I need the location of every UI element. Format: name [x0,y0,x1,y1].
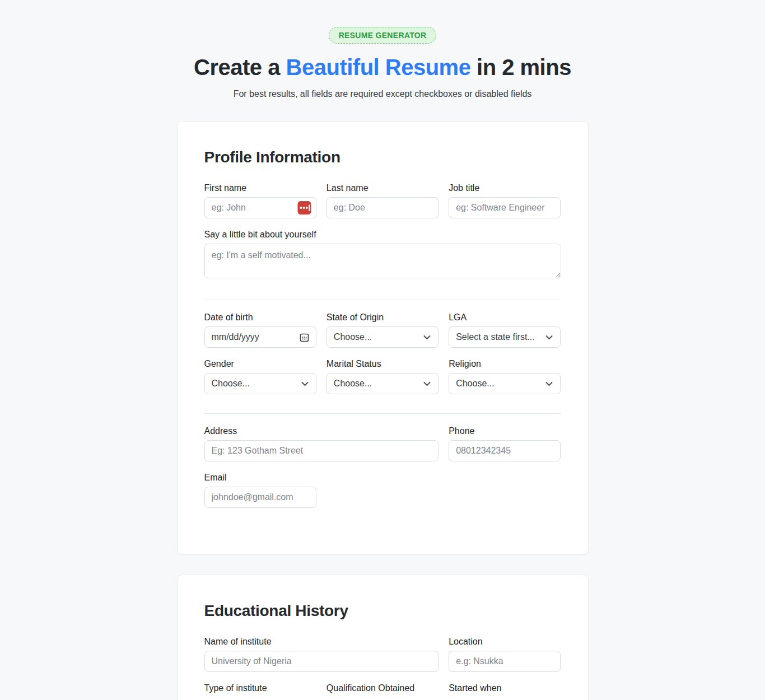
resume-generator-page: RESUME GENERATOR Create a Beautiful Resu… [0,0,765,700]
marital-status-field: Marital Status Choose... [326,359,439,394]
section-divider [204,300,561,300]
lga-select[interactable]: Select a state first... [449,326,561,348]
job-title-field: Job title [449,183,561,218]
institute-type-label: Type of institute [204,683,316,693]
address-label: Address [204,426,439,436]
job-title-label: Job title [449,183,561,193]
institute-name-input[interactable] [204,651,439,672]
page-subtitle: For best results, all fields are require… [0,89,765,99]
started-when-field: Started when [449,683,561,697]
first-name-label: First name [204,183,316,193]
gender-label: Gender [204,359,316,369]
location-field: Location [449,637,561,672]
address-field: Address [204,426,439,461]
phone-field: Phone [449,426,561,461]
title-prefix: Create a [194,55,286,80]
religion-field: Religion Choose... [449,359,561,394]
job-title-input[interactable] [449,197,561,218]
name-row: First name Last name [204,183,561,218]
educational-history-heading: Educational History [204,602,561,620]
date-of-birth-value: mm/dd/yyyy [212,332,259,342]
qualification-label: Qualification Obtained [326,683,439,693]
state-of-origin-select[interactable]: Choose... [326,326,439,348]
chevron-down-icon [423,333,431,342]
origin-row: Date of birth mm/dd/yyyy [204,312,561,348]
profile-information-card: Profile Information First name [177,121,589,554]
started-when-label: Started when [449,683,561,693]
about-textarea[interactable] [204,244,561,278]
last-name-field: Last name [326,183,439,218]
calendar-icon[interactable] [300,333,309,342]
address-row: Address Phone [204,426,561,461]
phone-label: Phone [449,426,561,436]
marital-status-label: Marital Status [326,359,439,369]
resume-generator-badge: RESUME GENERATOR [329,27,437,44]
state-of-origin-label: State of Origin [326,312,439,323]
institute-type-field: Type of institute [204,683,316,697]
page-title: Create a Beautiful Resume in 2 mins [0,55,765,80]
chevron-down-icon [423,380,431,388]
address-input[interactable] [204,440,439,461]
institute-row: Name of institute Location [204,637,561,672]
chevron-down-icon [545,333,553,342]
title-highlight: Beautiful Resume [286,55,471,80]
about-row: Say a little bit about yourself [204,230,561,281]
state-of-origin-value: Choose... [334,332,372,342]
demographics-row: Gender Choose... Marital Status Choose..… [204,359,561,394]
first-name-field: First name [204,183,316,218]
about-field: Say a little bit about yourself [204,230,561,281]
gender-value: Choose... [212,379,250,389]
gender-field: Gender Choose... [204,359,316,394]
religion-select[interactable]: Choose... [449,373,561,394]
email-input[interactable] [204,487,316,508]
last-name-input[interactable] [326,197,439,218]
about-label: Say a little bit about yourself [204,230,561,240]
educational-history-card: Educational History Name of institute Lo… [177,575,589,700]
email-field: Email [204,473,316,508]
marital-status-value: Choose... [334,379,372,389]
profile-information-heading: Profile Information [204,148,561,166]
email-row: Email [204,473,561,508]
location-label: Location [449,637,561,647]
lga-value: Select a state first... [456,332,535,342]
state-of-origin-field: State of Origin Choose... [326,312,439,348]
date-of-birth-label: Date of birth [204,312,316,323]
date-of-birth-field: Date of birth mm/dd/yyyy [204,312,316,348]
religion-value: Choose... [456,379,494,389]
phone-input[interactable] [449,440,561,461]
date-of-birth-input[interactable]: mm/dd/yyyy [204,326,316,348]
gender-select[interactable]: Choose... [204,373,316,394]
lastpass-autofill-icon[interactable] [297,201,311,215]
lga-label: LGA [449,312,561,323]
lga-field: LGA Select a state first... [449,312,561,348]
page-header: RESUME GENERATOR Create a Beautiful Resu… [0,0,765,99]
institute-details-row: Type of institute Qualification Obtained… [204,683,561,697]
institute-name-label: Name of institute [204,637,439,647]
location-input[interactable] [449,651,561,672]
qualification-field: Qualification Obtained [326,683,439,697]
institute-name-field: Name of institute [204,637,439,672]
chevron-down-icon [545,380,553,388]
title-suffix: in 2 mins [470,55,571,80]
email-label: Email [204,473,316,483]
section-divider [204,413,561,414]
chevron-down-icon [301,380,309,388]
last-name-label: Last name [326,183,439,193]
religion-label: Religion [449,359,561,369]
marital-status-select[interactable]: Choose... [326,373,439,394]
